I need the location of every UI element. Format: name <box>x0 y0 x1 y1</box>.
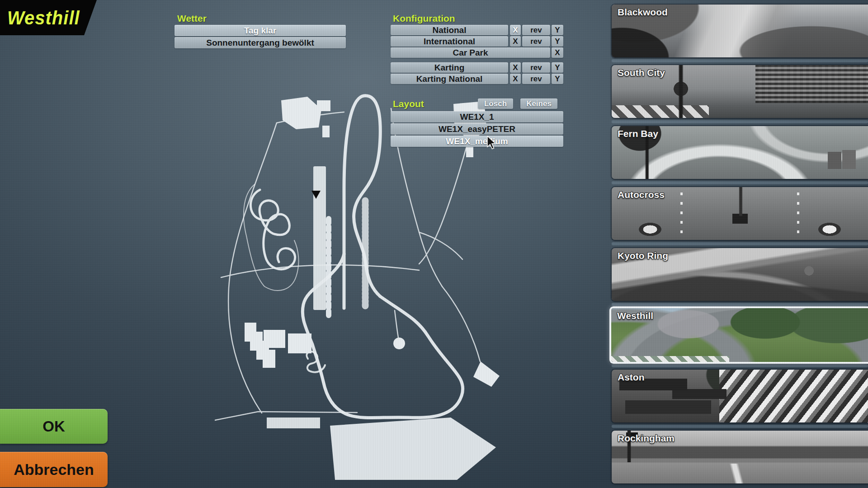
config-international-rev-button[interactable]: rev <box>522 36 550 47</box>
layout-section-label: Layout <box>393 99 424 108</box>
track-list-separator <box>612 59 868 62</box>
track-item-kyoto-ring[interactable]: Kyoto Ring <box>612 248 868 301</box>
config-national-y-button[interactable]: Y <box>552 25 563 35</box>
selected-track-banner: Westhill <box>0 0 97 35</box>
config-international-y-button[interactable]: Y <box>552 36 563 47</box>
config-carpark-x-button[interactable]: X <box>552 47 563 58</box>
layout-item-we1x-easypeter[interactable]: WE1X_easyPETER <box>391 123 563 135</box>
track-name: Kyoto Ring <box>618 250 668 261</box>
track-list-separator <box>612 303 868 306</box>
config-karting-national[interactable]: Karting National <box>391 74 508 84</box>
config-karting-rev-button[interactable]: rev <box>522 62 550 73</box>
layout-item-we1x-1[interactable]: WE1X_1 <box>391 111 563 122</box>
config-karting-national-x-button[interactable]: X <box>510 74 521 84</box>
weather-option-day-clear[interactable]: Tag klar <box>175 25 346 36</box>
config-karting-national-rev-button[interactable]: rev <box>522 74 550 84</box>
track-item-fern-bay[interactable]: Fern Bay <box>612 126 868 179</box>
track-name: Rockingham <box>618 433 675 444</box>
track-item-south-city[interactable]: South City <box>612 65 868 118</box>
config-national-rev-button[interactable]: rev <box>522 25 550 35</box>
track-item-rockingham[interactable]: Rockingham <box>612 431 868 483</box>
track-list-separator <box>612 181 868 184</box>
config-karting-x-button[interactable]: X <box>510 62 521 73</box>
layout-none-button[interactable]: Keines <box>520 99 557 109</box>
track-name: Aston <box>618 372 645 383</box>
track-name: Westhill <box>617 310 653 321</box>
configuration-section-label: Konfiguration <box>393 14 455 23</box>
config-international-x-button[interactable]: X <box>510 36 521 47</box>
selected-track-title: Westhill <box>0 7 80 28</box>
track-selection-screen: Westhill Wetter Tag klar Sonnenuntergang… <box>0 0 868 488</box>
track-list-separator <box>612 425 868 428</box>
track-item-autocross[interactable]: Autocross <box>612 187 868 240</box>
track-name: South City <box>618 67 665 78</box>
weather-option-sunset-cloudy[interactable]: Sonnenuntergang bewölkt <box>175 37 346 48</box>
mouse-cursor-icon <box>486 136 498 151</box>
track-name: Autocross <box>618 189 665 200</box>
track-item-blackwood[interactable]: Blackwood <box>612 5 868 57</box>
layout-item-we1x-medium[interactable]: WE1X_medium <box>391 136 563 147</box>
weather-section-label: Wetter <box>177 14 207 23</box>
ok-button[interactable]: OK <box>0 409 108 444</box>
track-name: Fern Bay <box>618 128 658 139</box>
config-karting-y-button[interactable]: Y <box>552 62 563 73</box>
config-karting[interactable]: Karting <box>391 62 508 73</box>
config-national[interactable]: National <box>391 25 508 35</box>
config-karting-national-y-button[interactable]: Y <box>552 74 563 84</box>
config-carpark[interactable]: Car Park <box>391 47 550 58</box>
track-item-aston[interactable]: Aston <box>612 370 868 422</box>
config-international[interactable]: International <box>391 36 508 47</box>
map-roads <box>215 108 480 420</box>
layout-delete-button[interactable]: Lösch <box>478 99 513 109</box>
track-thumbnail <box>612 370 868 422</box>
cancel-button[interactable]: Abbrechen <box>0 452 108 487</box>
track-name: Blackwood <box>618 7 668 18</box>
track-list-separator <box>612 364 868 367</box>
track-list-separator <box>612 242 868 245</box>
config-national-x-button[interactable]: X <box>510 25 521 35</box>
track-item-westhill[interactable]: Westhill <box>609 306 868 364</box>
track-list-separator <box>612 120 868 123</box>
